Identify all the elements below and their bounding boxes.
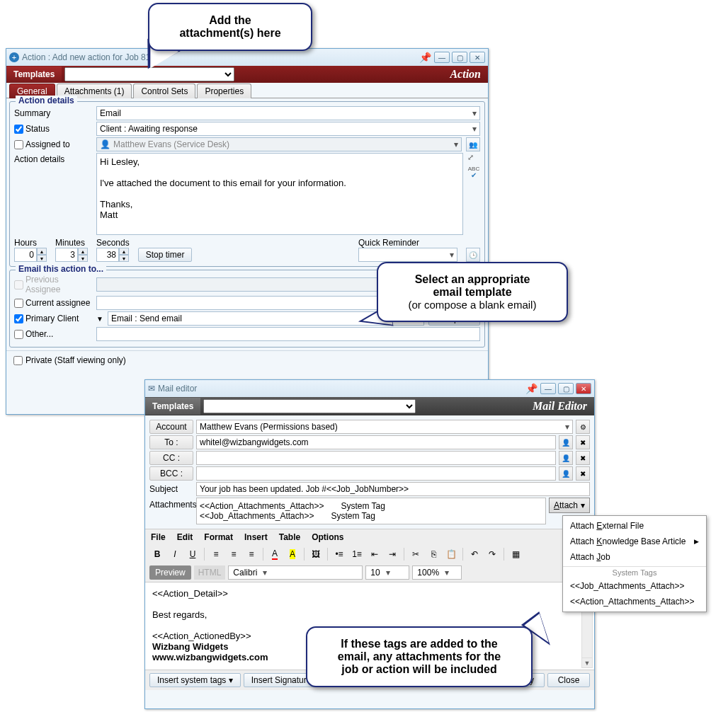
private-checkbox[interactable] [13,356,23,365]
font-color-button[interactable]: A [267,547,283,561]
italic-button[interactable]: I [167,547,183,561]
align-center-button[interactable]: ≡ [226,547,241,561]
menu-attach-kb[interactable]: Attach Knowledge Base Article▶ [563,534,706,549]
spin-up[interactable]: ▲ [37,248,47,255]
status-dropdown[interactable]: Client : Awaiting response [96,122,480,136]
zoom-dropdown[interactable]: 100% [412,565,462,580]
align-right-button[interactable]: ≡ [244,547,259,561]
menu-tag-action-attachments[interactable]: <<Action_Attachments_Attach>> [563,594,706,609]
to-add-icon[interactable]: 👤 [559,435,573,449]
templates-button[interactable]: Templates [145,398,200,415]
underline-button[interactable]: U [185,547,200,561]
spellcheck-icon[interactable]: ABC [467,166,480,179]
spin-up[interactable]: ▲ [119,248,129,255]
numbers-button[interactable]: 1≡ [349,547,365,561]
menu-tag-job-attachments[interactable]: <<Job_Attachments_Attach>> [563,578,706,594]
preview-button[interactable]: Preview [149,565,191,580]
tab-control-sets[interactable]: Control Sets [133,84,195,98]
bcc-add-icon[interactable]: 👤 [559,466,573,481]
body-line: <<Action_Detail>> [152,588,587,599]
spin-down[interactable]: ▼ [119,255,129,262]
menu-insert[interactable]: Insert [244,532,268,542]
bcc-button[interactable]: BCC : [149,466,193,481]
cc-input[interactable] [196,451,556,465]
menu-attach-external[interactable]: Attach External File [563,518,706,534]
menu-table[interactable]: Table [279,532,300,542]
pin-icon[interactable]: 📌 [525,383,538,394]
indent-button[interactable]: ⇥ [385,547,400,561]
copy-button[interactable]: ⎘ [426,547,441,561]
attach-button[interactable]: Attach▾ [549,498,590,513]
paste-button[interactable]: 📋 [443,547,459,561]
menu-attach-job[interactable]: Attach Job [563,549,706,565]
other-checkbox[interactable] [14,330,23,339]
minutes-input[interactable] [55,248,78,262]
cc-add-icon[interactable]: 👤 [559,451,573,465]
redo-button[interactable]: ↷ [484,547,500,561]
to-clear-icon[interactable]: ✖ [576,435,590,449]
table-button[interactable]: ▦ [508,547,523,561]
bold-button[interactable]: B [149,547,165,561]
hours-input[interactable] [14,248,37,262]
titlebar[interactable]: ✉ Mail editor 📌 — ▢ ✕ [145,380,594,397]
summary-dropdown[interactable]: Email [96,106,480,120]
bullets-button[interactable]: •≡ [331,547,347,561]
stop-timer-button[interactable]: Stop timer [138,248,193,262]
cc-button[interactable]: CC : [149,451,193,465]
cc-clear-icon[interactable]: ✖ [576,451,590,465]
insert-system-tags-button[interactable]: Insert system tags ▾ [149,673,241,687]
to-button[interactable]: To : [149,435,193,449]
spin-down[interactable]: ▼ [78,255,88,262]
assigned-checkbox[interactable] [14,140,23,149]
close-button[interactable]: Close [547,673,590,687]
maximize-button[interactable]: ▢ [558,383,574,394]
menu-edit[interactable]: Edit [177,532,193,542]
image-button[interactable]: 🖼 [308,547,324,561]
templates-button[interactable]: Templates [6,67,62,82]
account-button[interactable]: Account [149,420,193,434]
account-tool-icon[interactable]: ⚙ [576,420,590,434]
close-button[interactable]: ✕ [470,52,485,63]
current-assignee-checkbox[interactable] [14,299,23,308]
to-input[interactable]: whitel@wizbangwidgets.com [196,435,556,449]
current-assignee-template[interactable] [96,296,424,310]
subject-input[interactable]: Your job has been updated. Job #<<Job_Jo… [196,482,590,496]
menu-format[interactable]: Format [204,532,233,542]
attachments-list[interactable]: <<Action_Attachments_Attach>>System Tag … [196,498,546,524]
html-button[interactable]: HTML [194,565,226,580]
minimize-button[interactable]: — [434,52,450,63]
reminder-clock-button[interactable]: 🕒 [466,248,480,262]
spin-down[interactable]: ▼ [37,255,47,262]
status-checkbox[interactable] [14,125,23,134]
account-dropdown[interactable]: Matthew Evans (Permissions based) [196,420,573,434]
pin-icon[interactable]: 📌 [419,52,431,63]
templates-dropdown[interactable] [203,399,416,413]
hours-label: Hours [14,238,47,248]
titlebar[interactable]: + Action : Add new action for Job 81 📌 —… [6,49,488,66]
scroll-down-icon[interactable]: ▼ [582,658,592,667]
cut-button[interactable]: ✂ [408,547,423,561]
tab-properties[interactable]: Properties [197,84,251,98]
chevron-down-icon[interactable]: ▼ [96,315,103,323]
bcc-input[interactable] [196,466,556,481]
assigned-picker-button[interactable]: 👥 [466,137,480,151]
bcc-clear-icon[interactable]: ✖ [576,466,590,481]
quick-reminder-dropdown[interactable] [358,248,457,262]
minimize-button[interactable]: — [540,383,556,394]
action-details-textarea[interactable]: Hi Lesley, I've attached the document to… [96,153,463,235]
font-size-dropdown[interactable]: 10 [365,565,409,580]
outdent-button[interactable]: ⇤ [367,547,382,561]
expand-icon[interactable]: ⤢ [467,153,480,162]
font-name-dropdown[interactable]: Calibri [228,565,363,580]
primary-client-checkbox[interactable] [14,314,23,323]
menu-file[interactable]: File [151,532,166,542]
undo-button[interactable]: ↶ [467,547,482,561]
spin-up[interactable]: ▲ [78,248,88,255]
align-left-button[interactable]: ≡ [208,547,224,561]
menu-options[interactable]: Options [312,532,343,542]
other-input[interactable] [96,327,480,341]
highlight-button[interactable]: A [285,547,300,561]
close-button[interactable]: ✕ [576,383,591,394]
seconds-input[interactable] [96,248,119,262]
maximize-button[interactable]: ▢ [452,52,467,63]
